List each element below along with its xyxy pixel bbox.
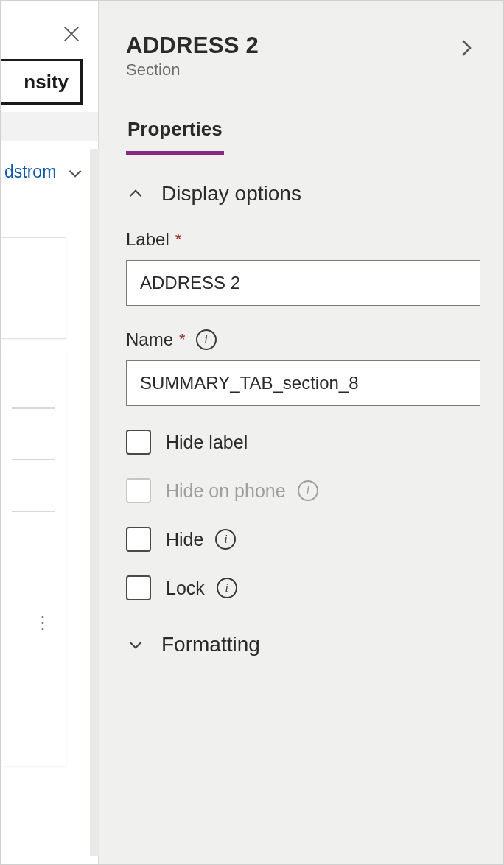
chevron-up-icon <box>126 184 145 203</box>
canvas-card[interactable]: ⋮ <box>1 354 66 766</box>
field-placeholder <box>12 407 55 409</box>
tab-bar: Properties <box>99 111 503 155</box>
section-header-label: Formatting <box>161 633 260 656</box>
checkbox-label: Lock i <box>166 578 237 599</box>
chevron-down-icon <box>126 635 145 654</box>
info-icon[interactable]: i <box>215 529 236 550</box>
canvas-cards: ⋮ <box>1 237 66 781</box>
hide-row: Hide i <box>126 527 480 552</box>
properties-panel: ADDRESS 2 Section Properties Display opt… <box>99 1 503 864</box>
field-label-group: Label * <box>126 229 480 306</box>
hide-label-checkbox[interactable] <box>126 430 151 455</box>
close-icon[interactable] <box>61 24 82 44</box>
section-formatting[interactable]: Formatting <box>126 633 480 656</box>
info-icon[interactable]: i <box>217 578 237 598</box>
lock-checkbox[interactable] <box>126 575 151 600</box>
field-label: Name * i <box>126 329 480 350</box>
record-link[interactable]: dstrom <box>1 162 56 182</box>
field-placeholder <box>12 459 55 460</box>
label-input[interactable] <box>126 260 480 306</box>
density-button-label: nsity <box>24 71 69 94</box>
field-placeholder <box>12 511 55 512</box>
panel-subtitle: Section <box>126 60 480 80</box>
info-icon[interactable]: i <box>196 329 217 350</box>
panel-title: ADDRESS 2 <box>126 32 480 59</box>
density-button[interactable]: nsity <box>0 59 83 105</box>
field-label: Label * <box>126 229 480 250</box>
checkbox-label: Hide on phone i <box>166 480 318 502</box>
more-icon[interactable]: ⋮ <box>34 612 52 633</box>
section-header-label: Display options <box>161 182 301 206</box>
hide-on-phone-row: Hide on phone i <box>126 478 480 503</box>
chevron-down-icon[interactable] <box>66 164 85 183</box>
name-input[interactable] <box>126 360 480 406</box>
hide-on-phone-checkbox <box>126 478 151 503</box>
required-indicator: * <box>179 330 186 349</box>
hide-checkbox[interactable] <box>126 527 151 552</box>
scrollbar[interactable] <box>90 149 99 856</box>
field-name-group: Name * i <box>126 329 480 406</box>
checkbox-label: Hide label <box>166 432 248 453</box>
info-icon[interactable]: i <box>298 480 318 501</box>
chevron-right-icon[interactable] <box>455 37 477 59</box>
ribbon-bar <box>1 112 98 141</box>
canvas-card[interactable] <box>1 237 66 339</box>
section-display-options[interactable]: Display options <box>126 182 480 206</box>
checkbox-label: Hide i <box>166 529 236 550</box>
tab-properties[interactable]: Properties <box>126 111 224 155</box>
required-indicator: * <box>175 230 182 249</box>
left-sliver-panel: nsity dstrom ⋮ <box>1 1 99 864</box>
lock-row: Lock i <box>126 575 480 600</box>
hide-label-row: Hide label <box>126 430 480 455</box>
